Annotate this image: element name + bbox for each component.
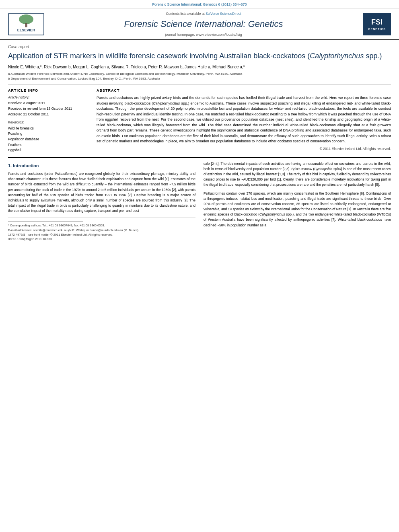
keywords-list: Wildlife forensics Poaching Population d… (8, 126, 88, 153)
abstract-col: ABSTRACT Parrots and cockatoos are highl… (97, 88, 391, 153)
top-banner: Forensic Science International: Genetics… (0, 0, 399, 8)
divider-1 (8, 84, 391, 85)
article-info-abstract: ARTICLE INFO Article history: Received 3… (8, 88, 391, 153)
journal-citation: Forensic Science International: Genetics… (152, 2, 247, 6)
article-info-heading: ARTICLE INFO (8, 88, 88, 93)
received-date-1: Received 3 August 2011 (8, 101, 88, 106)
keyword-4: Feathers (8, 142, 88, 148)
keyword-2: Poaching (8, 131, 88, 137)
intro-left-text: Parrots and cockatoos (order Psittacifor… (8, 171, 195, 214)
divider-thick (8, 157, 391, 158)
authors-line: Nicole E. White a,*, Rick Dawson b, Mega… (8, 64, 391, 70)
body-left-col: 1. Introduction Parrots and cockatoos (o… (8, 161, 195, 242)
abstract-heading: ABSTRACT (97, 88, 391, 93)
main-content: Case report Application of STR markers i… (0, 40, 399, 245)
article-type: Case report (8, 44, 391, 50)
footnote-email: E-mail addresses: n.white@murdoch.edu.au… (8, 228, 195, 232)
journal-header-center: Contents lists available at SciVerse Sci… (52, 12, 355, 37)
body-right-col: sale [2–4]. The detrimental impacts of s… (204, 161, 391, 242)
svg-rect-2 (25, 23, 27, 27)
keywords-label: Keywords: (8, 120, 88, 125)
affiliations: a Australian Wildlife Forensic Services … (8, 72, 391, 81)
intro-right-text-2: Psittaciformes contain over 370 species,… (204, 191, 391, 228)
contents-line: Contents lists available at SciVerse Sci… (52, 12, 355, 16)
keyword-3: Population database (8, 137, 88, 142)
footnote-divider (8, 221, 83, 222)
fsi-logo-text: FSI (371, 17, 383, 27)
footnote-doi: doi:10.1016/j.fsigen.2011.10.003 (8, 237, 195, 241)
journal-homepage: journal homepage: www.elsevier.com/locat… (52, 32, 355, 37)
footnote-corresponding: * Corresponding authors. Tel.: +61 08 93… (8, 223, 195, 228)
affiliation-a: a Australian Wildlife Forensic Services … (8, 72, 391, 76)
affiliation-b: b Department of Environment and Conserva… (8, 76, 391, 81)
copyright-line: © 2011 Elsevier Ireland Ltd. All rights … (97, 147, 391, 152)
svg-text:ELSEVIER: ELSEVIER (17, 28, 35, 32)
intro-right-text-1: sale [2–4]. The detrimental impacts of s… (204, 161, 391, 188)
accepted-date: Accepted 21 October 2011 (8, 112, 88, 117)
history-label: Article history: (8, 95, 88, 100)
body-content: 1. Introduction Parrots and cockatoos (o… (8, 161, 391, 242)
intro-heading: 1. Introduction (8, 163, 195, 169)
keyword-1: Wildlife forensics (8, 126, 88, 131)
svg-point-1 (19, 14, 33, 24)
abstract-text: Parrots and cockatoos are highly prized … (97, 95, 391, 144)
received-date-2: Received in revised form 13 October 2011 (8, 107, 88, 111)
fsi-logo: FSI GENETICS (363, 13, 391, 35)
article-info-col: ARTICLE INFO Article history: Received 3… (8, 88, 88, 153)
article-title: Application of STR markers in wildlife f… (8, 51, 391, 61)
sciverse-link[interactable]: SciVerse ScienceDirect (206, 12, 241, 16)
keyword-5: Eggshell (8, 148, 88, 153)
header-area: ELSEVIER Contents lists available at Sci… (0, 8, 399, 40)
journal-title: Forensic Science International: Genetics (52, 18, 355, 31)
fsi-logo-sub: GENETICS (368, 27, 386, 31)
page: Forensic Science International: Genetics… (0, 0, 399, 532)
footnote-area: * Corresponding authors. Tel.: +61 08 93… (8, 218, 195, 241)
footnote-issn: 1872-4973/$ – see front matter © 2011 El… (8, 232, 195, 237)
elsevier-logo: ELSEVIER (8, 13, 44, 35)
